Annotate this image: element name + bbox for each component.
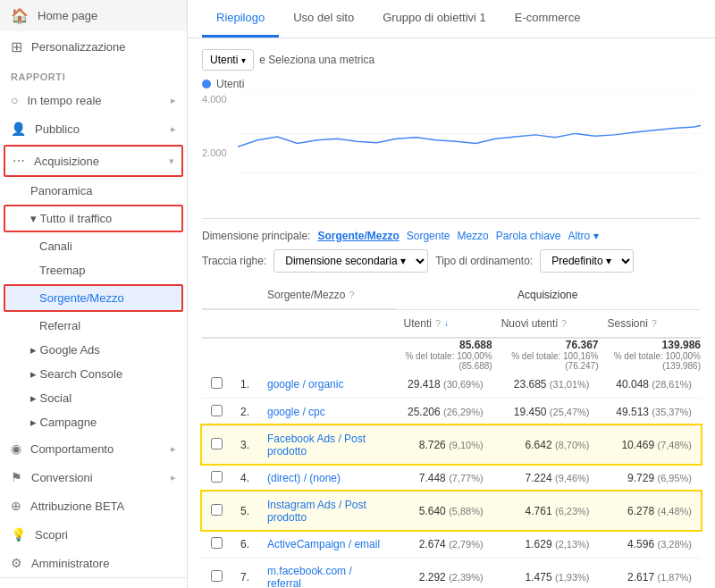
row-nuovi: 23.685 (31,01%) (492, 371, 599, 399)
sort-type-select[interactable]: Predefinito ▾ (540, 249, 634, 273)
row-utenti: 5.640 (5,88%) (395, 491, 492, 530)
row-nuovi: 7.224 (9,46%) (492, 464, 599, 491)
row-num: 6. (231, 530, 258, 558)
row-checkbox[interactable] (211, 438, 223, 449)
sidebar-item-social[interactable]: ▸ Social (0, 386, 187, 410)
row-nuovi: 1.475 (1,93%) (492, 558, 599, 588)
total-label (258, 338, 395, 371)
row-source[interactable]: google / organic (258, 371, 395, 399)
expand-icon-conversioni: ▸ (171, 472, 176, 483)
sidebar-label-pubblico: Pubblico (35, 122, 80, 136)
info-icon-sessioni[interactable]: ? (652, 318, 657, 329)
dimension-altro[interactable]: Altro ▾ (568, 230, 599, 242)
row-checkbox[interactable] (211, 471, 223, 483)
sorgente-mezzo-group: Sorgente/Mezzo (4, 284, 183, 312)
sidebar-item-panoramica[interactable]: Panoramica (0, 179, 187, 203)
tab-gruppo-obiettivi[interactable]: Gruppo di obiettivi 1 (368, 0, 500, 38)
row-source[interactable]: google / cpc (258, 398, 395, 425)
sidebar-item-comportamento[interactable]: ◉ Comportamento ▸ (0, 434, 187, 463)
acquisizione-icon: ⋯ (13, 154, 25, 168)
row-checkbox[interactable] (211, 537, 223, 549)
metric-button[interactable]: Utenti (202, 49, 254, 71)
sidebar-item-scopri[interactable]: 💡 Scopri (0, 520, 187, 549)
secondary-dimension-select[interactable]: Dimensione secondaria ▾ (273, 249, 428, 273)
chart-series-label: Utenti (202, 78, 701, 90)
row-num: 5. (231, 491, 258, 530)
th-sessioni: Sessioni ? (599, 309, 702, 338)
row-sessioni: 40.048 (28,61%) (599, 371, 702, 399)
add-metric-text: e Seleziona una metrica (259, 54, 374, 66)
row-checkbox[interactable] (211, 570, 223, 582)
dimension-mezzo[interactable]: Mezzo (457, 230, 488, 242)
row-checkbox[interactable] (211, 504, 223, 516)
row-nuovi: 6.642 (8,70%) (492, 425, 599, 464)
row-num: 4. (231, 464, 258, 491)
row-source[interactable]: Instagram Ads / Post prodotto (258, 491, 395, 530)
total-nuovi: 76.367 % del totale: 100,16% (76.247) (492, 338, 599, 371)
info-icon-nuovi[interactable]: ? (561, 318, 567, 329)
tutto-traffico-group: ▾ Tutto il traffico (4, 205, 183, 232)
sidebar-item-tempo-reale[interactable]: ○ In tempo reale ▸ (0, 86, 187, 114)
y-label-top: 4.000 (202, 94, 238, 105)
table-row: 5. Instagram Ads / Post prodotto 5.640 (… (202, 491, 701, 530)
admin-icon: ⚙ (11, 556, 22, 570)
sidebar-item-campagne[interactable]: ▸ Campagne (0, 410, 187, 434)
tab-ecommerce[interactable]: E-commerce (500, 0, 595, 38)
dimension-parola-chiave[interactable]: Parola chiave (496, 230, 561, 242)
home-icon: 🏠 (11, 7, 29, 24)
sidebar-item-amministratore[interactable]: ⚙ Amministratore (0, 549, 187, 577)
sidebar-item-canali[interactable]: Canali (0, 234, 187, 258)
tab-uso-sito[interactable]: Uso del sito (279, 0, 368, 38)
sidebar-label-acquisizione: Acquisizione (34, 155, 99, 168)
conversioni-icon: ⚑ (11, 470, 22, 484)
sidebar-label-comportamento: Comportamento (30, 442, 114, 456)
attribuzione-icon: ⊕ (11, 499, 21, 513)
sidebar-item-referral[interactable]: Referral (0, 314, 187, 338)
sort-icon-utenti[interactable]: ↓ (444, 318, 449, 328)
info-icon-utenti[interactable]: ? (435, 318, 441, 329)
chart-container: 4.000 2.000 (202, 94, 701, 219)
sidebar-item-google-ads[interactable]: ▸ Google Ads (0, 338, 187, 362)
sidebar-item-treemap[interactable]: Treemap (0, 258, 187, 282)
grid-icon: ⊞ (11, 38, 22, 55)
dimension-sorgente[interactable]: Sorgente (407, 230, 450, 242)
table-row: 6. ActiveCampaign / email 2.674 (2,79%) … (202, 530, 701, 558)
th-utenti: Utenti ? ↓ (395, 309, 492, 338)
row-sessioni: 6.278 (4,48%) (599, 491, 702, 530)
row-source[interactable]: (direct) / (none) (258, 464, 395, 491)
dimension-sorgente-mezzo[interactable]: Sorgente/Mezzo (317, 230, 399, 242)
row-source[interactable]: ActiveCampaign / email (258, 530, 395, 558)
row-source[interactable]: m.facebook.com / referral (258, 558, 395, 588)
chart-yaxis: 4.000 2.000 (202, 94, 238, 200)
sidebar-collapse-button[interactable]: ‹ (0, 577, 187, 588)
sidebar-item-search-console[interactable]: ▸ Search Console (0, 362, 187, 386)
row-num: 7. (231, 558, 258, 588)
info-icon-source[interactable]: ? (349, 290, 354, 300)
sidebar-item-pubblico[interactable]: 👤 Pubblico ▸ (0, 114, 187, 143)
metric-select-group: Utenti e Seleziona una metrica (202, 49, 374, 71)
sidebar-label-attribuzione: Attribuzione BETA (30, 500, 124, 513)
sidebar-item-personalizzazione[interactable]: ⊞ Personalizzazione (0, 31, 187, 63)
scopri-icon: 💡 (11, 527, 26, 542)
sidebar-item-attribuzione[interactable]: ⊕ Attribuzione BETA (0, 491, 187, 520)
comportamento-icon: ◉ (11, 441, 21, 456)
expand-icon-comportamento: ▸ (171, 443, 176, 455)
sidebar-item-conversioni[interactable]: ⚑ Conversioni ▸ (0, 463, 187, 491)
sidebar-item-sorgente-mezzo[interactable]: Sorgente/Mezzo (5, 286, 181, 310)
sidebar-label-amministratore: Amministratore (31, 557, 109, 570)
tab-riepilogo[interactable]: Riepilogo (202, 0, 279, 38)
expand-icon-acquisizione: ▾ (169, 155, 174, 167)
sidebar-item-home[interactable]: 🏠 Home page (0, 0, 187, 31)
chart-controls: Utenti e Seleziona una metrica (202, 49, 701, 71)
chart-svg (238, 94, 701, 173)
table-row: 4. (direct) / (none) 7.448 (7,77%) 7.224… (202, 464, 701, 491)
sidebar-item-tutto-traffico[interactable]: ▾ Tutto il traffico (5, 206, 181, 231)
row-source[interactable]: Facebook Ads / Post prodotto (258, 425, 395, 464)
dimension-row: Dimensione principale: Sorgente/Mezzo So… (202, 230, 701, 242)
sidebar-item-acquisizione[interactable]: ⋯ Acquisizione ▾ (5, 147, 181, 175)
row-checkbox[interactable] (211, 405, 223, 416)
row-checkbox[interactable] (211, 377, 223, 389)
row-utenti: 2.292 (2,39%) (395, 558, 492, 588)
row-sessioni: 2.617 (1,87%) (599, 558, 702, 588)
table-row: 3. Facebook Ads / Post prodotto 8.726 (9… (202, 425, 701, 464)
